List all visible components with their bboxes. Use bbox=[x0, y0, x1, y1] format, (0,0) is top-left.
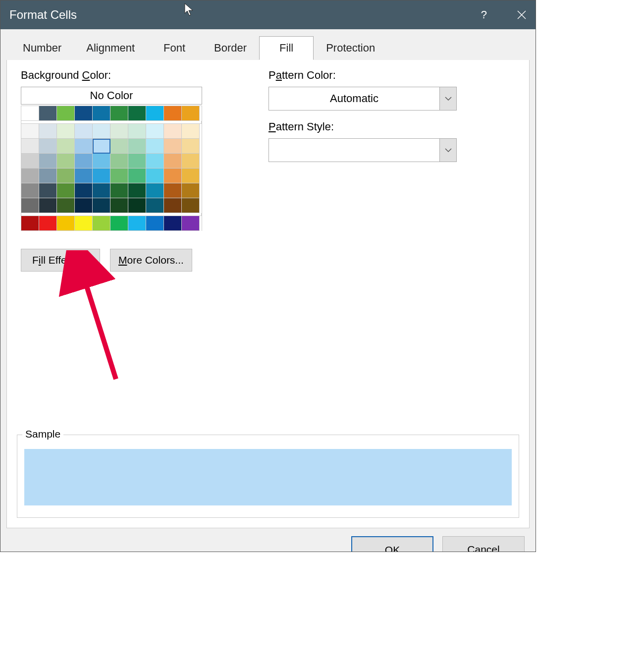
color-swatch[interactable] bbox=[57, 216, 75, 231]
color-swatch[interactable] bbox=[164, 139, 182, 154]
color-swatch[interactable] bbox=[39, 183, 57, 198]
color-swatch[interactable] bbox=[128, 124, 146, 139]
color-swatch[interactable] bbox=[93, 124, 110, 139]
color-swatch[interactable] bbox=[182, 139, 200, 154]
color-swatch[interactable] bbox=[57, 183, 75, 198]
color-swatch[interactable] bbox=[57, 154, 75, 168]
color-swatch[interactable] bbox=[57, 168, 75, 183]
color-swatch[interactable] bbox=[93, 154, 110, 168]
chevron-down-icon[interactable] bbox=[439, 139, 456, 162]
color-swatch[interactable] bbox=[75, 139, 93, 154]
help-button[interactable]: ? bbox=[481, 8, 487, 21]
color-swatch[interactable] bbox=[39, 154, 57, 168]
color-swatch[interactable] bbox=[110, 106, 128, 121]
color-swatch[interactable] bbox=[75, 216, 93, 231]
color-swatch[interactable] bbox=[57, 139, 75, 154]
color-swatch[interactable] bbox=[93, 106, 110, 121]
color-swatch[interactable] bbox=[128, 198, 146, 213]
color-swatch[interactable] bbox=[110, 154, 128, 168]
color-swatch[interactable] bbox=[182, 168, 200, 183]
color-swatch[interactable] bbox=[182, 154, 200, 168]
color-swatch[interactable] bbox=[146, 183, 164, 198]
color-swatch[interactable] bbox=[39, 216, 57, 231]
tab-protection[interactable]: Protection bbox=[314, 36, 387, 60]
pattern-style-dropdown[interactable] bbox=[268, 138, 457, 162]
color-swatch[interactable] bbox=[146, 168, 164, 183]
color-swatch[interactable] bbox=[146, 216, 164, 231]
color-swatch[interactable] bbox=[110, 198, 128, 213]
color-swatch[interactable] bbox=[146, 124, 164, 139]
pattern-color-dropdown[interactable]: Automatic bbox=[268, 87, 457, 111]
color-swatch[interactable] bbox=[164, 106, 182, 121]
color-swatch[interactable] bbox=[146, 106, 164, 121]
color-swatch[interactable] bbox=[39, 198, 57, 213]
color-swatch[interactable] bbox=[57, 106, 75, 121]
color-swatch[interactable] bbox=[182, 216, 200, 231]
color-swatch[interactable] bbox=[21, 154, 39, 168]
tab-fill[interactable]: Fill bbox=[259, 36, 314, 60]
no-color-button[interactable]: No Color bbox=[21, 87, 202, 105]
color-swatch[interactable] bbox=[164, 124, 182, 139]
ok-button[interactable]: OK bbox=[351, 536, 433, 552]
color-swatch[interactable] bbox=[39, 106, 57, 121]
color-swatch[interactable] bbox=[39, 139, 57, 154]
color-swatch[interactable] bbox=[182, 106, 200, 121]
tab-alignment[interactable]: Alignment bbox=[74, 36, 147, 60]
color-swatch[interactable] bbox=[128, 183, 146, 198]
color-swatch[interactable] bbox=[146, 154, 164, 168]
tab-font[interactable]: Font bbox=[147, 36, 202, 60]
color-swatch[interactable] bbox=[164, 198, 182, 213]
color-swatch[interactable] bbox=[75, 106, 93, 121]
color-swatch[interactable] bbox=[21, 198, 39, 213]
color-swatch[interactable] bbox=[164, 168, 182, 183]
tab-border[interactable]: Border bbox=[202, 36, 259, 60]
color-swatch[interactable] bbox=[110, 216, 128, 231]
more-colors-button[interactable]: More Colors... bbox=[110, 249, 192, 272]
chevron-down-icon[interactable] bbox=[439, 87, 456, 110]
color-swatch[interactable] bbox=[21, 106, 39, 121]
color-swatch[interactable] bbox=[93, 183, 110, 198]
color-swatch[interactable] bbox=[146, 139, 164, 154]
color-swatch[interactable] bbox=[75, 124, 93, 139]
color-swatch[interactable] bbox=[110, 139, 128, 154]
color-swatch[interactable] bbox=[146, 198, 164, 213]
color-swatch[interactable] bbox=[93, 198, 110, 213]
color-swatch[interactable] bbox=[164, 216, 182, 231]
color-swatch[interactable] bbox=[164, 183, 182, 198]
color-swatch[interactable] bbox=[75, 154, 93, 168]
color-swatch[interactable] bbox=[128, 154, 146, 168]
cancel-button[interactable]: Cancel bbox=[442, 536, 525, 552]
color-swatch[interactable] bbox=[110, 183, 128, 198]
color-swatch[interactable] bbox=[75, 168, 93, 183]
color-swatch[interactable] bbox=[21, 168, 39, 183]
color-swatch[interactable] bbox=[39, 124, 57, 139]
color-swatch[interactable] bbox=[21, 124, 39, 139]
tab-number[interactable]: Number bbox=[10, 36, 74, 60]
color-swatch[interactable] bbox=[93, 168, 110, 183]
color-swatch[interactable] bbox=[93, 139, 110, 154]
color-swatch[interactable] bbox=[93, 216, 110, 231]
title-bar: Format Cells ? bbox=[0, 0, 536, 29]
color-swatch[interactable] bbox=[21, 139, 39, 154]
close-button[interactable] bbox=[517, 10, 527, 20]
color-swatch[interactable] bbox=[57, 124, 75, 139]
color-swatch[interactable] bbox=[21, 183, 39, 198]
color-swatch[interactable] bbox=[182, 124, 200, 139]
color-swatch[interactable] bbox=[21, 216, 39, 231]
color-swatch[interactable] bbox=[57, 198, 75, 213]
color-swatch[interactable] bbox=[164, 154, 182, 168]
color-swatch[interactable] bbox=[182, 198, 200, 213]
color-swatch[interactable] bbox=[75, 183, 93, 198]
color-swatch[interactable] bbox=[39, 168, 57, 183]
pattern-style-value bbox=[269, 139, 439, 162]
fill-effects-button[interactable]: Fill Effects... bbox=[21, 249, 100, 272]
color-swatch[interactable] bbox=[182, 183, 200, 198]
color-swatch[interactable] bbox=[75, 198, 93, 213]
color-swatch[interactable] bbox=[110, 124, 128, 139]
color-swatch[interactable] bbox=[110, 168, 128, 183]
color-swatch[interactable] bbox=[128, 106, 146, 121]
pattern-color-label: Pattern Color: bbox=[268, 69, 515, 82]
color-swatch[interactable] bbox=[128, 139, 146, 154]
color-swatch[interactable] bbox=[128, 216, 146, 231]
color-swatch[interactable] bbox=[128, 168, 146, 183]
